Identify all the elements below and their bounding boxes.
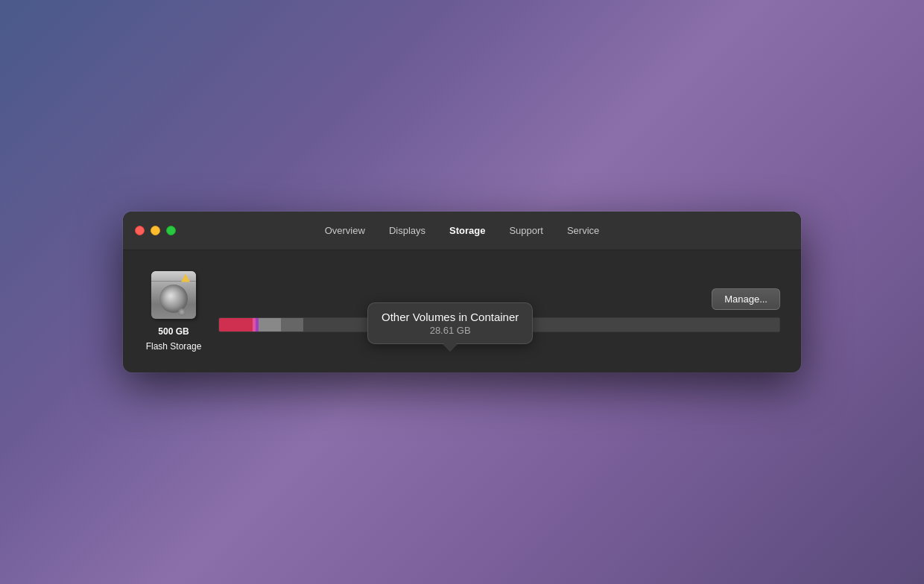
minimize-button[interactable] [151,226,160,235]
tab-storage[interactable]: Storage [439,220,496,241]
tab-service[interactable]: Service [557,220,610,241]
traffic-lights [135,226,176,235]
disk-size-label: 500 GB [158,326,189,337]
disk-icon-container: 500 GB Flash Storage [144,268,203,352]
bar-segment-gray1 [259,318,281,331]
tab-overview[interactable]: Overview [314,220,376,241]
storage-bar-container: Other Volumes in Container 28.61 GB [218,317,780,332]
bar-empty [303,318,779,331]
bar-segment-gray2 [281,318,303,331]
storage-row: 500 GB Flash Storage Manage... Other Vol… [144,268,780,352]
titlebar: Overview Displays Storage Support Servic… [123,212,801,250]
storage-info: Manage... Other Volumes in Container 28.… [218,288,780,332]
disk-icon [147,268,200,322]
tab-bar: Overview Displays Storage Support Servic… [314,220,610,241]
disk-type-label: Flash Storage [146,341,202,352]
storage-content: 500 GB Flash Storage Manage... Other Vol… [123,250,801,373]
bar-segment-red [219,318,253,331]
tab-displays[interactable]: Displays [379,220,436,241]
storage-bar [218,317,780,332]
maximize-button[interactable] [166,226,176,235]
about-this-mac-window: Overview Displays Storage Support Servic… [123,212,801,373]
storage-top-row: Manage... [218,288,780,310]
close-button[interactable] [135,226,145,235]
tab-support[interactable]: Support [499,220,554,241]
manage-button[interactable]: Manage... [712,288,780,310]
